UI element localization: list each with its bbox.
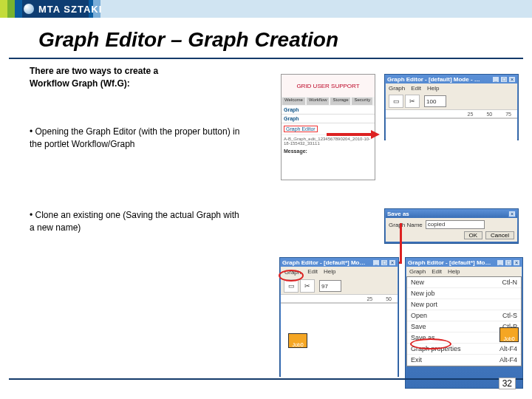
screenshot-editor-graphmenu: Graph Editor - [default*] Mo… _ □ × Grap… <box>279 257 399 377</box>
minimize-icon[interactable]: _ <box>372 259 380 266</box>
slide-title: Graph Editor – Graph Creation <box>9 18 523 59</box>
menu-item-exit[interactable]: ExitAlt-F4 <box>407 355 521 366</box>
ruler-tick: 25 <box>366 296 372 301</box>
cancel-button[interactable]: Cancel <box>485 231 514 239</box>
screenshot-editor-dropdown: Graph Editor - [default*] Mo… _ □ × Grap… <box>405 257 523 389</box>
maximize-icon[interactable]: □ <box>500 76 508 83</box>
editor-canvas[interactable] <box>386 118 517 140</box>
ruler-tick: 75 <box>505 112 511 117</box>
minimize-icon[interactable]: _ <box>492 76 499 83</box>
menu-graph[interactable]: Graph <box>389 85 405 92</box>
maximize-icon[interactable]: □ <box>505 259 512 266</box>
saveas-input[interactable]: copied <box>426 220 485 229</box>
job-node[interactable]: Job0 <box>499 327 519 342</box>
menu-graph[interactable]: Graph <box>284 268 301 276</box>
saveas-label: Graph Name <box>389 222 423 228</box>
toolbar-newjob-icon[interactable]: ▭ <box>284 279 299 293</box>
screenshot-editor-blank: Graph Editor - [default] Mode - … _ □ × … <box>384 74 519 140</box>
menu-graph[interactable]: Graph <box>409 268 426 275</box>
bullet-clone: • Clone an existing one (Saving the actu… <box>0 209 244 234</box>
portal-tab: Storage <box>330 98 350 105</box>
brand-text: MTA SZTAKI <box>38 4 102 15</box>
intro-text: There are two ways to create a Workflow … <box>0 65 192 90</box>
portal-section: Graph <box>282 115 375 123</box>
ok-button[interactable]: OK <box>464 231 483 239</box>
menu-item-open[interactable]: OpenCtl-S <box>407 310 521 321</box>
arrow-icon <box>327 131 380 138</box>
zoom-field[interactable]: 97 <box>319 280 341 292</box>
bullet-open-editor: • Opening the Graph Editor (with the pro… <box>0 126 244 151</box>
close-icon[interactable]: × <box>389 259 396 266</box>
menu-item-new[interactable]: NewCtl-N <box>407 277 521 288</box>
brand-logo: MTA SZTAKI <box>0 4 102 15</box>
job-node[interactable]: Job0 <box>288 333 307 348</box>
screenshot-saveas-dialog: Save as × Graph Name copied OK Cancel <box>384 208 519 244</box>
zoom-field[interactable]: 100 <box>424 95 446 107</box>
editor-menubar: Graph Edit Help <box>386 83 517 93</box>
ruler-tick: 50 <box>486 112 492 117</box>
footer-divider <box>9 378 523 380</box>
menu-help[interactable]: Help <box>448 268 460 275</box>
portal-tab: Workflow <box>307 98 330 105</box>
toolbar-cut-icon[interactable]: ✂ <box>300 279 315 293</box>
editor-ruler: 25 50 75 <box>386 109 517 118</box>
menu-item-properties[interactable]: Graph propertiesAlt-F4 <box>407 344 521 355</box>
portal-subtab: Graph <box>282 106 375 115</box>
editor-toolbar: ▭ ✂ 100 <box>386 93 517 109</box>
close-icon[interactable]: × <box>508 76 516 83</box>
portal-message-label: Message: <box>282 147 375 155</box>
portal-tabs: Welcome Workflow Storage Security <box>282 97 375 106</box>
portal-graph-editor-button[interactable]: Graph Editor <box>284 126 318 132</box>
close-icon[interactable]: × <box>513 259 520 266</box>
menu-edit[interactable]: Edit <box>307 268 318 276</box>
dialog-title: Save as <box>387 211 409 217</box>
menu-help[interactable]: Help <box>324 268 335 276</box>
menu-help[interactable]: Help <box>427 85 439 92</box>
brand-bar: MTA SZTAKI <box>0 0 532 18</box>
close-icon[interactable]: × <box>508 211 516 217</box>
toolbar-cut-icon[interactable]: ✂ <box>405 95 420 108</box>
graph-menu-dropdown: NewCtl-N New job New port OpenCtl-S Save… <box>406 276 522 366</box>
portal-banner: GRID USER SUPPORT <box>282 75 375 97</box>
window-title: Graph Editor - [default*] Mo… <box>408 259 491 266</box>
ruler-tick: 25 <box>468 112 474 117</box>
annotation-line-icon <box>400 223 402 263</box>
menu-edit[interactable]: Edit <box>432 268 442 275</box>
ruler-tick: 50 <box>386 296 392 301</box>
portal-tab: Welcome <box>282 98 305 105</box>
window-title: Graph Editor - [default*] Mo… <box>282 259 365 266</box>
maximize-icon[interactable]: □ <box>381 259 388 266</box>
logo-ball-icon <box>24 4 34 14</box>
page-number: 32 <box>499 378 516 389</box>
menu-item-newjob[interactable]: New job <box>407 288 521 299</box>
menu-item-newport[interactable]: New port <box>407 299 521 310</box>
window-title: Graph Editor - [default] Mode - … <box>387 76 480 83</box>
portal-tab: Security <box>352 98 372 105</box>
screenshot-portal: GRID USER SUPPORT Welcome Workflow Stora… <box>281 74 375 180</box>
toolbar-newjob-icon[interactable]: ▭ <box>389 95 403 108</box>
menu-edit[interactable]: Edit <box>411 85 421 92</box>
minimize-icon[interactable]: _ <box>497 259 504 266</box>
